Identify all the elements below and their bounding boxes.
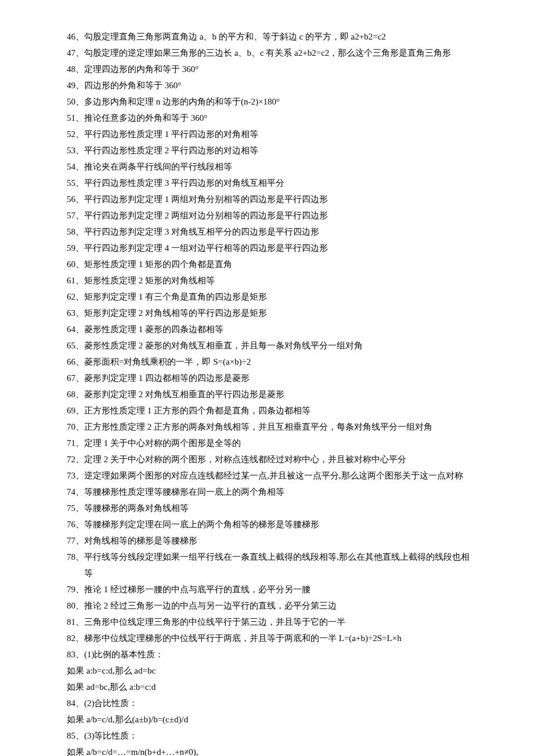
item-text: 三角形中位线定理三角形的中位线平行于第三边，并且等于它的一半 [84, 617, 345, 627]
item-number: 65、 [67, 341, 84, 350]
list-item: 57、平行四边形判定定理 2 两组对边分别相等的四边形是平行四边形 [67, 208, 476, 223]
item-text: 梯形中位线定理梯形的中位线平行于两底，并且等于两底和的一半 L=(a+b)÷2S… [84, 633, 402, 643]
list-item: 81、三角形中位线定理三角形的中位线平行于第三边，并且等于它的一半 [67, 614, 476, 629]
item-text: 推论 2 经过三角形一边的中点与另一边平行的直线，必平分第三边 [84, 601, 337, 610]
item-number: 54、 [67, 162, 84, 171]
item-text: 平行四边形判定定理 2 两组对边分别相等的四边形是平行四边形 [84, 211, 328, 220]
list-item: 48、定理四边形的内角和等于 360° [67, 62, 476, 77]
item-text: 平行四边形判定定理 1 两组对角分别相等的四边形是平行四边形 [84, 195, 328, 204]
item-text: (3)等比性质： [84, 731, 138, 740]
item-text: 矩形性质定理 1 矩形的四个角都是直角 [84, 260, 232, 269]
item-text: 平行四边形判定定理 4 一组对边平行相等的四边形是平行四边形 [84, 243, 328, 253]
list-item: 75、等腰梯形的两条对角线相等 [67, 501, 476, 516]
item-number: 60、 [67, 260, 84, 269]
item-number: 58、 [67, 227, 84, 236]
item-text: 如果 a/b=c/d,那么(a±b)/b=(c±d)/d [67, 715, 188, 724]
item-number: 66、 [67, 357, 84, 366]
item-text: 推论夹在两条平行线间的平行线段相等 [84, 162, 232, 171]
item-text: 定理四边形的内角和等于 360° [84, 64, 199, 74]
item-number: 81、 [67, 617, 84, 627]
list-item: 70、正方形性质定理 2 正方形的两条对角线相等，并且互相垂直平分，每条对角线平… [67, 419, 476, 434]
item-text: (2)合比性质： [84, 699, 138, 708]
item-text: 等腰梯形的两条对角线相等 [84, 503, 189, 513]
item-number: 83、 [67, 650, 84, 659]
item-text: 平行四边形判定定理 3 对角线互相平分的四边形是平行四边形 [84, 227, 319, 236]
item-number: 50、 [67, 97, 84, 106]
item-number: 46、 [67, 32, 84, 41]
list-item: 62、矩形判定定理 1 有三个角是直角的四边形是矩形 [67, 289, 476, 304]
item-continuation: 等 [67, 566, 476, 581]
list-item: 79、推论 1 经过梯形一腰的中点与底平行的直线，必平分另一腰 [67, 582, 476, 597]
list-item: 49、四边形的外角和等于 360° [67, 78, 476, 93]
item-number: 55、 [67, 178, 84, 188]
item-text: 勾股定理直角三角形两直角边 a、b 的平方和、等于斜边 c 的平方，即 a2+b… [84, 32, 386, 41]
item-text: 如果 ad=bc,那么 a:b=c:d [67, 682, 156, 692]
list-item: 58、平行四边形判定定理 3 对角线互相平分的四边形是平行四边形 [67, 224, 476, 239]
item-text: 等腰梯形性质定理等腰梯形在同一底上的两个角相等 [84, 487, 284, 496]
list-item: 66、菱形面积=对角线乘积的一半，即 S=(a×b)÷2 [67, 354, 476, 369]
item-text: 菱形判定定理 1 四边都相等的四边形是菱形 [84, 373, 250, 383]
item-text: 对角线相等的梯形是等腰梯形 [84, 536, 197, 545]
list-item: 68、菱形判定定理 2 对角线互相垂直的平行四边形是菱形 [67, 387, 476, 402]
item-text: 推论 1 经过梯形一腰的中点与底平行的直线，必平分另一腰 [84, 585, 311, 594]
item-text: 平行线等分线段定理如果一组平行线在一条直线上截得的线段相等,那么在其他直线上截得… [84, 552, 470, 561]
list-item: 74、等腰梯形性质定理等腰梯形在同一底上的两个角相等 [67, 484, 476, 499]
list-item: 67、菱形判定定理 1 四边都相等的四边形是菱形 [67, 370, 476, 386]
list-item: 72、定理 2 关于中心对称的两个图形，对称点连线都经过对称中心，并且被对称中心… [67, 452, 476, 467]
item-number: 68、 [67, 390, 84, 399]
item-number: 62、 [67, 292, 84, 301]
item-number: 82、 [67, 633, 84, 643]
item-text: 平行四边形性质定理 1 平行四边形的对角相等 [84, 129, 258, 139]
item-text: 菱形判定定理 2 对角线互相垂直的平行四边形是菱形 [84, 390, 284, 399]
list-item: 84、(2)合比性质： [67, 696, 476, 711]
list-item: 77、对角线相等的梯形是等腰梯形 [67, 533, 476, 548]
item-text: 定理 2 关于中心对称的两个图形，对称点连线都经过对称中心，并且被对称中心平分 [84, 455, 406, 464]
item-number: 74、 [67, 487, 84, 496]
item-number: 48、 [67, 64, 84, 74]
list-item: 51、推论任意多边的外角和等于 360° [67, 110, 476, 125]
item-number: 57、 [67, 211, 84, 220]
item-number: 52、 [67, 129, 84, 139]
list-item: 73、逆定理如果两个图形的对应点连线都经过某一点,并且被这一点平分,那么这两个图… [67, 468, 476, 483]
item-number: 72、 [67, 455, 84, 464]
item-text: 菱形面积=对角线乘积的一半，即 S=(a×b)÷2 [84, 357, 251, 366]
list-item: 76、等腰梯形判定定理在同一底上的两个角相等的梯形是等腰梯形 [67, 517, 476, 532]
item-text: 矩形判定定理 2 对角线相等的平行四边形是矩形 [84, 308, 267, 318]
list-item: 78、平行线等分线段定理如果一组平行线在一条直线上截得的线段相等,那么在其他直线… [67, 549, 476, 564]
list-item: 52、平行四边形性质定理 1 平行四边形的对角相等 [67, 127, 476, 142]
item-number: 64、 [67, 325, 84, 334]
item-number: 51、 [67, 113, 84, 123]
item-text: 菱形性质定理 2 菱形的对角线互相垂直，并且每一条对角线平分一组对角 [84, 341, 363, 350]
list-item: 83、(1)比例的基本性质： [67, 647, 476, 662]
list-item: 63、矩形判定定理 2 对角线相等的平行四边形是矩形 [67, 305, 476, 321]
item-text: 正方形性质定理 1 正方形的四个角都是直角，四条边都相等 [84, 406, 311, 415]
list-item: 64、菱形性质定理 1 菱形的四条边都相等 [67, 322, 476, 337]
item-number: 56、 [67, 195, 84, 204]
item-text: 平行四边形性质定理 3 平行四边形的对角线互相平分 [84, 178, 284, 188]
item-text: 如果 a:b=c:d,那么 ad=bc [67, 666, 156, 675]
item-text: 推论任意多边的外角和等于 360° [84, 113, 207, 123]
item-number: 75、 [67, 503, 84, 513]
item-number: 79、 [67, 585, 84, 594]
list-item: 65、菱形性质定理 2 菱形的对角线互相垂直，并且每一条对角线平分一组对角 [67, 338, 476, 353]
item-number: 49、 [67, 81, 84, 90]
list-item: 71、定理 1 关于中心对称的两个图形是全等的 [67, 435, 476, 451]
list-item: 如果 ad=bc,那么 a:b=c:d [67, 679, 476, 694]
list-item: 60、矩形性质定理 1 矩形的四个角都是直角 [67, 257, 476, 272]
item-text: (1)比例的基本性质： [84, 650, 164, 659]
document-content: 46、勾股定理直角三角形两直角边 a、b 的平方和、等于斜边 c 的平方，即 a… [0, 29, 534, 756]
item-text: 逆定理如果两个图形的对应点连线都经过某一点,并且被这一点平分,那么这两个图形关于… [84, 471, 463, 480]
item-text: 正方形性质定理 2 正方形的两条对角线相等，并且互相垂直平分，每条对角线平分一组… [84, 422, 432, 431]
item-number: 78、 [67, 552, 84, 561]
list-item: 54、推论夹在两条平行线间的平行线段相等 [67, 159, 476, 174]
item-number: 67、 [67, 373, 84, 383]
list-item: 55、平行四边形性质定理 3 平行四边形的对角线互相平分 [67, 175, 476, 190]
item-number: 59、 [67, 243, 84, 253]
list-item: 50、多边形内角和定理 n 边形的内角的和等于(n-2)×180° [67, 94, 476, 109]
list-item: 59、平行四边形判定定理 4 一组对边平行相等的四边形是平行四边形 [67, 240, 476, 255]
list-item: 56、平行四边形判定定理 1 两组对角分别相等的四边形是平行四边形 [67, 192, 476, 207]
item-number: 85、 [67, 731, 84, 740]
list-item: 61、矩形性质定理 2 矩形的对角线相等 [67, 273, 476, 288]
list-item: 85、(3)等比性质： [67, 728, 476, 743]
list-item: 80、推论 2 经过三角形一边的中点与另一边平行的直线，必平分第三边 [67, 598, 476, 613]
